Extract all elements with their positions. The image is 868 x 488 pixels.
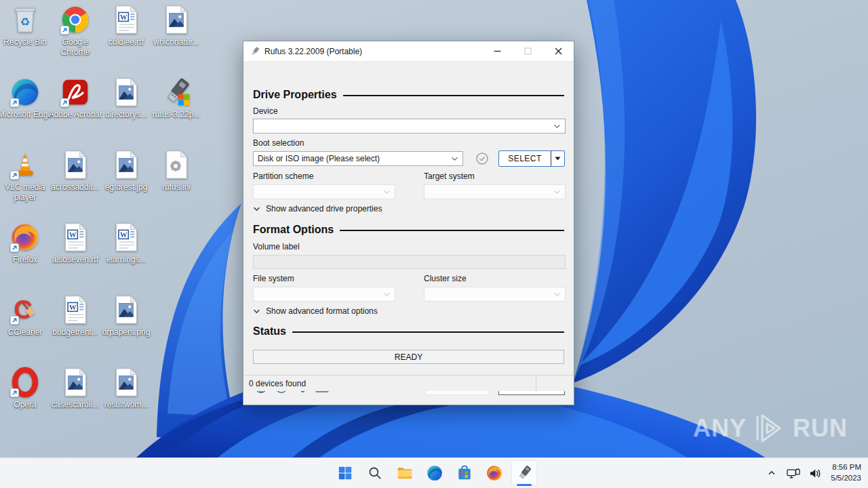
chevron-down-icon — [253, 309, 260, 314]
desktop-icon-label: learnings... — [98, 255, 155, 265]
devices-found-text: 0 devices found — [243, 379, 536, 388]
select-button[interactable]: SELECT — [498, 150, 565, 167]
image-file-icon — [111, 294, 142, 325]
desktop-icon-whichnatur[interactable]: whichnatur... — [148, 4, 205, 47]
word-doc-icon: W — [111, 222, 142, 253]
svg-text:W: W — [120, 231, 127, 239]
svg-text:♻: ♻ — [20, 16, 31, 28]
desktop-icon-label: VLC media player — [0, 182, 54, 202]
desktop-icon-casescaroli[interactable]: casescaroli... — [47, 367, 104, 410]
volume-icon[interactable] — [808, 466, 823, 481]
hash-check-icon[interactable] — [474, 150, 490, 167]
show-advanced-format-options-toggle[interactable]: Show advanced format options — [253, 306, 378, 316]
image-file-icon — [111, 367, 142, 398]
cluster-size-dropdown[interactable] — [424, 287, 566, 302]
minimize-button[interactable] — [482, 42, 513, 61]
target-system-dropdown[interactable] — [424, 184, 566, 199]
desktop-icon-learnings[interactable]: Wlearnings... — [98, 222, 155, 265]
edge-icon — [426, 464, 443, 482]
image-file-icon — [60, 367, 91, 398]
status-heading: Status — [253, 325, 564, 338]
desktop-icon-label: rufus.ini — [148, 182, 205, 192]
taskbar-start-button[interactable] — [330, 458, 360, 488]
desktop-icon-recycle-bin[interactable]: ♻Recycle Bin — [0, 4, 54, 47]
desktop-icon-label: alsoseven.rtf — [47, 255, 104, 265]
taskbar-clock[interactable]: 8:56 PM 5/5/2023 — [829, 462, 861, 483]
show-advanced-drive-properties-toggle[interactable]: Show advanced drive properties — [253, 204, 382, 214]
boot-selection-dropdown[interactable]: Disk or ISO image (Please select) — [253, 151, 463, 166]
clock-time: 8:56 PM — [831, 462, 861, 473]
desktop-icon-label: Opera — [0, 400, 54, 410]
format-options-heading: Format Options — [253, 224, 564, 236]
rufus-app-icon — [250, 46, 260, 57]
close-window-button[interactable] — [543, 42, 574, 61]
desktop-icon-orpapers-png[interactable]: orpapers.png — [98, 294, 155, 338]
taskbar-rufus-button[interactable] — [509, 458, 539, 488]
firefox-icon — [486, 464, 503, 482]
desktop: ANY RUN ♻Recycle BinGoogle ChromeWcoldle… — [0, 0, 868, 488]
desktop-icon-coldlee-rtf[interactable]: Wcoldlee.rtf — [98, 4, 155, 47]
taskbar-search-button[interactable] — [360, 458, 390, 488]
desktop-icon-google-chrome[interactable]: Google Chrome — [47, 4, 104, 57]
desktop-icon-label: Microsoft Edge — [0, 110, 54, 120]
rufus-icon — [515, 464, 533, 482]
tray-chevron-up-icon[interactable] — [764, 466, 779, 481]
partition-scheme-dropdown[interactable] — [253, 184, 395, 199]
device-dropdown[interactable] — [253, 119, 566, 134]
svg-text:W: W — [69, 231, 77, 239]
drive-properties-heading: Drive Properties — [253, 89, 564, 101]
select-dropdown-arrow[interactable] — [551, 151, 564, 166]
shortcut-arrow-icon — [10, 98, 19, 107]
titlebar[interactable]: Rufus 3.22.2009 (Portable) — [243, 41, 574, 62]
taskbar-firefox-button[interactable] — [479, 458, 509, 488]
desktop-icon-directorys[interactable]: directorys... — [98, 77, 155, 120]
desktop-icon-adobe-acrobat[interactable]: Adobe Acrobat — [47, 77, 104, 120]
vlc-icon — [9, 149, 41, 180]
ccleaner-icon: C — [9, 294, 41, 325]
desktop-icon-ccleaner[interactable]: CCCleaner — [0, 294, 54, 338]
word-doc-icon: W — [111, 4, 142, 35]
desktop-icon-label: Google Chrome — [47, 37, 104, 57]
shortcut-arrow-icon — [10, 316, 19, 325]
recycle-bin-icon: ♻ — [9, 4, 41, 35]
taskbar-file-explorer-button[interactable] — [390, 458, 420, 488]
desktop-icon-opera[interactable]: Opera — [0, 367, 54, 410]
desktop-icon-rufus-3-22p[interactable]: rufus-3.22p... — [148, 77, 205, 120]
desktop-icon-acrossaddit[interactable]: acrossaddit... — [47, 149, 104, 192]
boot-selection-label: Boot selection — [253, 138, 304, 148]
desktop-icon-rufus-ini[interactable]: rufus.ini — [148, 149, 205, 192]
acrobat-icon — [60, 77, 91, 108]
volume-label-label: Volume label — [253, 242, 300, 251]
clock-date: 5/5/2023 — [831, 473, 861, 484]
file-system-dropdown[interactable] — [253, 287, 395, 302]
desktop-icon-microsoft-edge[interactable]: Microsoft Edge — [0, 77, 54, 120]
desktop-icon-label: acrossaddit... — [47, 182, 104, 192]
window-title: Rufus 3.22.2009 (Portable) — [264, 47, 482, 56]
taskbar-edge-button[interactable] — [420, 458, 450, 488]
maximize-button — [513, 42, 543, 61]
window-statusbar: 0 devices found — [243, 375, 574, 391]
statusbar-divider — [536, 375, 536, 391]
desktop-icon-budgetrent[interactable]: Wbudgetrent... — [47, 294, 104, 338]
rufus-window: Rufus 3.22.2009 (Portable) Drive Propert… — [243, 41, 574, 405]
desktop-icon-label: CCleaner — [0, 327, 54, 338]
status-ready-bar: READY — [253, 350, 564, 364]
cluster-size-label: Cluster size — [424, 274, 467, 283]
network-icon[interactable] — [786, 466, 801, 481]
desktop-icon-egforest-jpg[interactable]: egforest.jpg — [98, 149, 155, 192]
image-file-icon — [111, 77, 142, 108]
desktop-icon-firefox[interactable]: Firefox — [0, 222, 54, 265]
edge-icon — [9, 77, 41, 108]
store-icon — [456, 464, 473, 482]
desktop-icon-label: egforest.jpg — [98, 182, 155, 192]
usb-icon — [161, 77, 192, 108]
desktop-icon-resultwom[interactable]: resultwom... — [98, 367, 155, 410]
desktop-icon-vlc-media-player[interactable]: VLC media player — [0, 149, 54, 202]
firefox-icon — [9, 222, 41, 253]
desktop-icon-label: Adobe Acrobat — [47, 110, 104, 120]
taskbar-store-button[interactable] — [450, 458, 479, 488]
desktop-icon-label: coldlee.rtf — [98, 37, 155, 47]
volume-label-input[interactable] — [253, 255, 566, 269]
desktop-icon-label: rufus-3.22p... — [148, 110, 205, 120]
desktop-icon-alsoseven-rtf[interactable]: Walsoseven.rtf — [47, 222, 104, 265]
